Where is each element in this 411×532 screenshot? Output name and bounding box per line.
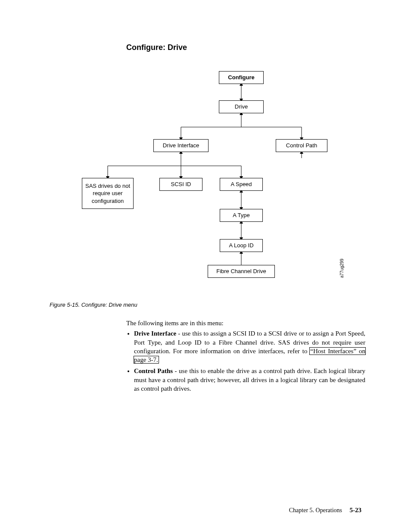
node-fibre-channel-drive: Fibre Channel Drive xyxy=(208,265,275,278)
node-sas-note: SAS drives do not require user configura… xyxy=(82,178,134,209)
item-label-drive-interface: Drive Interface xyxy=(134,330,176,337)
list-item: Control Paths - use this to enable the d… xyxy=(134,367,365,393)
node-scsi-id: SCSI ID xyxy=(159,178,202,191)
footer-page-number: 5-23 xyxy=(350,507,362,513)
node-drive: Drive xyxy=(219,100,264,113)
configure-drive-diagram: Configure Drive Drive Interface Control … xyxy=(52,67,349,291)
figure-caption: Figure 5-15. Configure: Drive menu xyxy=(50,302,137,308)
node-control-path: Control Path xyxy=(276,139,327,152)
body-text: The following items are in this menu: Dr… xyxy=(126,319,365,395)
node-a-loop-id: A Loop ID xyxy=(220,239,263,252)
footer-chapter: Chapter 5. Operations xyxy=(289,507,342,513)
section-heading: Configure: Drive xyxy=(126,43,187,52)
intro-line: The following items are in this menu: xyxy=(126,319,365,327)
node-configure: Configure xyxy=(219,71,264,84)
node-a-type: A Type xyxy=(220,209,263,222)
diagram-code-label: a77ug299 xyxy=(339,259,344,278)
list-item: Drive Interface - use this to assign a S… xyxy=(134,329,365,364)
node-drive-interface: Drive Interface xyxy=(153,139,209,152)
node-a-speed: A Speed xyxy=(220,178,263,191)
page-footer: Chapter 5. Operations 5-23 xyxy=(289,507,361,514)
item-label-control-paths: Control Paths xyxy=(134,367,173,374)
